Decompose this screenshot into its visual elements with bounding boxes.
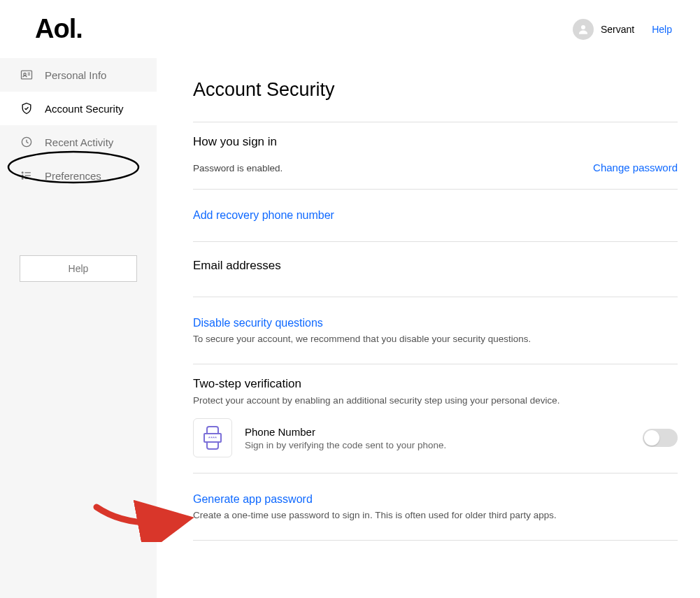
page-title: Account Security	[193, 79, 678, 101]
username-label: Servant	[601, 24, 634, 35]
svg-point-2	[24, 73, 26, 76]
change-password-link[interactable]: Change password	[593, 162, 678, 173]
sidebar-item-label: Recent Activity	[45, 136, 113, 148]
sidebar-item-label: Personal Info	[45, 69, 106, 81]
sidebar-item-account-security[interactable]: Account Security	[0, 92, 157, 125]
sidebar-item-preferences[interactable]: Preferences	[0, 159, 157, 192]
section-email: Email addresses	[193, 241, 678, 297]
section-recovery: Add recovery phone number	[193, 189, 678, 241]
sidebar-item-label: Account Security	[45, 103, 124, 115]
svg-point-6	[22, 172, 23, 173]
phone-number-title: Phone Number	[245, 426, 630, 438]
twostep-heading: Two-step verification	[193, 377, 678, 391]
svg-point-0	[581, 25, 585, 29]
id-card-icon	[20, 68, 34, 82]
add-recovery-phone-link[interactable]: Add recovery phone number	[193, 209, 334, 222]
sidebar-item-recent-activity[interactable]: Recent Activity	[0, 125, 157, 159]
help-link[interactable]: Help	[652, 24, 672, 35]
password-status: Password is enabled.	[193, 163, 283, 173]
avatar-icon	[573, 19, 594, 40]
aol-logo: Aol.	[35, 14, 83, 44]
disable-security-questions-link[interactable]: Disable security questions	[193, 317, 323, 329]
email-heading: Email addresses	[193, 259, 678, 273]
phone-number-sub: Sign in by verifying the code sent to yo…	[245, 440, 630, 450]
svg-text:****: ****	[208, 435, 217, 441]
sidebar-help-button[interactable]: Help	[20, 255, 137, 282]
svg-point-8	[22, 175, 23, 176]
svg-rect-1	[22, 71, 32, 79]
section-security-questions: Disable security questions To secure you…	[193, 297, 678, 364]
sidebar-item-personal-info[interactable]: Personal Info	[0, 58, 157, 92]
signin-heading: How you sign in	[193, 135, 678, 149]
generate-app-password-link[interactable]: Generate app password	[193, 493, 313, 506]
svg-point-10	[22, 178, 23, 179]
section-two-step: Two-step verification Protect your accou…	[193, 364, 678, 473]
header-right: Servant Help	[573, 19, 672, 40]
clock-icon	[20, 135, 34, 149]
section-app-password: Generate app password Create a one-time …	[193, 473, 678, 541]
sidebar-item-label: Preferences	[45, 170, 101, 182]
twostep-toggle[interactable]	[643, 429, 678, 447]
list-icon	[20, 169, 34, 183]
twostep-sub: Protect your account by enabling an addi…	[193, 395, 678, 406]
header: Aol. Servant Help	[0, 0, 700, 58]
phone-device-icon: ****	[193, 418, 232, 457]
sidebar: Personal Info Account Security Recent Ac…	[0, 58, 157, 598]
user-area[interactable]: Servant	[573, 19, 634, 40]
section-signin: How you sign in Password is enabled. Cha…	[193, 122, 678, 189]
main-content: Account Security How you sign in Passwor…	[157, 58, 700, 598]
security-questions-sub: To secure your account, we recommend tha…	[193, 334, 678, 344]
shield-icon	[20, 101, 34, 115]
app-password-sub: Create a one-time use password to sign i…	[193, 510, 678, 520]
